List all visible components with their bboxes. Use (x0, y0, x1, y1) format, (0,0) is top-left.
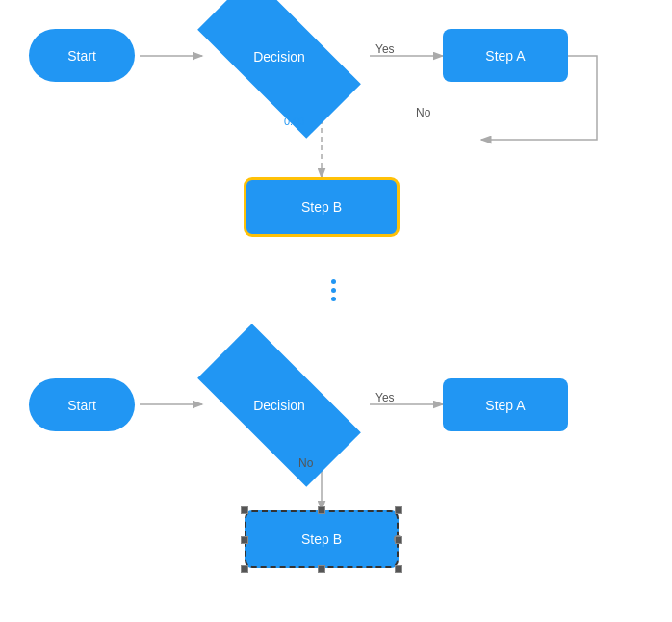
handle-tl[interactable] (241, 506, 248, 514)
handle-br[interactable] (395, 565, 402, 573)
step-b-node-top: Step B (245, 178, 399, 236)
handle-bl[interactable] (241, 565, 248, 573)
handle-tr[interactable] (395, 506, 402, 514)
step-a-node-top: Step A (443, 29, 568, 82)
start-node-top: Start (29, 29, 135, 82)
yes-label-bottom: Yes (375, 391, 395, 404)
step-a-node-bottom: Step A (443, 378, 568, 431)
step-a-label-top: Step A (485, 48, 525, 64)
decision-diamond-top: Decision (202, 18, 356, 95)
no-label-bottom: No (298, 456, 313, 470)
dots-separator (331, 279, 336, 301)
start-label-bottom: Start (67, 398, 96, 413)
handle-mr[interactable] (395, 536, 402, 544)
start-label-top: Start (67, 48, 96, 64)
step-a-label-bottom: Step A (485, 398, 525, 413)
dot-2 (331, 288, 336, 293)
handle-bc[interactable] (318, 565, 325, 573)
handle-ml[interactable] (241, 536, 248, 544)
step-b-label-top: Step B (301, 199, 342, 215)
dot-1 (331, 279, 336, 284)
no-label-top: No (416, 106, 430, 119)
step-b-label-bottom: Step B (301, 531, 342, 547)
decision-diamond-bottom: Decision (202, 367, 356, 444)
start-node-bottom: Start (29, 378, 135, 431)
dot-3 (331, 297, 336, 301)
step-b-node-bottom[interactable]: Step B (245, 510, 399, 568)
weight-label-top: 0.80 (284, 116, 304, 127)
yes-label-top: Yes (375, 42, 395, 56)
handle-tc[interactable] (318, 506, 325, 514)
